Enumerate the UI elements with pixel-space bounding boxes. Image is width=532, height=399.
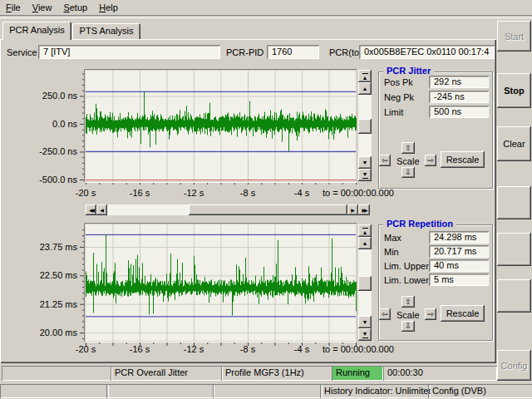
axis-tick-label: 250.0 ns: [42, 91, 77, 101]
app-window: File View Setup Help PCR Analysis PTS An…: [0, 0, 532, 399]
repetition-vscroll-thumb[interactable]: [358, 276, 372, 291]
scale-up-to-limit-icon[interactable]: ▲: [358, 70, 372, 82]
scale-left-button[interactable]: ⇦: [379, 308, 391, 320]
fast-left-icon[interactable]: ◀◀: [86, 204, 96, 215]
pcr-jitter-groupbox: PCR Jitter: [378, 71, 493, 189]
status-blank-panel: [2, 366, 112, 381]
axis-tick-label: -500.0 ns: [39, 175, 77, 185]
start-button[interactable]: Start: [497, 21, 531, 52]
repetition-vscrollbar: ▲ ▲ ▼ ▼: [358, 224, 372, 341]
axis-tick-label: 21.25 ms: [40, 299, 77, 309]
scale-up-button[interactable]: ⇧: [401, 142, 415, 154]
tab-pts-analysis[interactable]: PTS Analysis: [72, 23, 140, 39]
menu-file[interactable]: File: [0, 1, 27, 14]
scale-right-button[interactable]: ⇨: [425, 308, 436, 320]
axis-tick-label: -250.0 ns: [39, 146, 77, 156]
status-config: Config (DVB): [428, 384, 532, 398]
scroll-right-icon[interactable]: ▶: [347, 204, 358, 215]
menu-view[interactable]: View: [27, 1, 58, 14]
config-button[interactable]: Config: [497, 350, 531, 381]
lim-lower-label: Lim. Lower: [384, 275, 429, 285]
axis-tick-label: -4 s: [294, 344, 309, 354]
axis-tick-label: -8 s: [240, 188, 255, 198]
limit-label: Limit: [384, 107, 403, 117]
neg-pk-label: Neg Pk: [384, 92, 414, 102]
pcr-jitter-title: PCR Jitter: [383, 66, 434, 76]
pcr-pid-label: PCR-PID: [226, 47, 264, 57]
axis-tick-label: to = 00:00:00.000: [323, 344, 394, 354]
scale-label: Scale: [397, 310, 420, 320]
status-elapsed-time: 00:00:30: [383, 366, 497, 381]
scale-right-button[interactable]: ⇨: [425, 155, 436, 166]
scale-down-to-limit-icon[interactable]: ▼: [358, 169, 372, 181]
menu-separator: [0, 15, 532, 18]
scale-left-button[interactable]: ⇦: [379, 155, 391, 166]
limit-value: 500 ns: [429, 106, 489, 118]
scale-down-button[interactable]: ⇩: [401, 167, 415, 178]
status-blank-panel: [106, 384, 214, 398]
jitter-vscrollbar: ▲ ▲ ▼ ▼: [358, 70, 372, 181]
menu-setup[interactable]: Setup: [57, 1, 93, 14]
blank-button[interactable]: [497, 279, 531, 313]
scroll-up-icon[interactable]: ▲: [358, 82, 372, 95]
jitter-vscroll-thumb[interactable]: [358, 119, 372, 134]
pos-pk-value: 292 ns: [429, 76, 489, 88]
scale-down-to-limit-icon[interactable]: ▼: [358, 328, 372, 341]
neg-pk-value: -245 ns: [429, 91, 489, 103]
axis-tick-label: -16 s: [130, 344, 150, 354]
axis-tick-label: 20.00 ms: [40, 328, 77, 337]
repetition-chart: [79, 220, 357, 347]
hscroll-thumb[interactable]: [189, 204, 347, 215]
axis-tick-label: 23.75 ms: [40, 242, 77, 252]
tab-pcr-analysis[interactable]: PCR Analysis: [2, 22, 71, 40]
pcr-to-label: PCR(to): [329, 47, 362, 57]
service-field: 7 [ITV]: [38, 45, 220, 59]
blank-button[interactable]: [497, 233, 531, 266]
pos-pk-label: Pos Pk: [384, 77, 413, 87]
max-value: 24.298 ms: [429, 231, 489, 244]
lim-upper-label: Lim. Upper: [384, 261, 429, 271]
repetition-rescale-button[interactable]: Rescale: [441, 305, 485, 322]
pcr-to-field: 0x005B8E7EC 0x0110 00:17:4: [359, 45, 495, 59]
axis-tick-label: -16 s: [130, 188, 150, 198]
axis-tick-label: -12 s: [184, 344, 204, 354]
scale-up-to-limit-icon[interactable]: ▲: [358, 224, 372, 237]
status-blank-panel: [0, 384, 109, 398]
time-hscrollbar: ◀◀ ◀ ▶ ▶▶: [86, 204, 370, 215]
stop-button[interactable]: Stop: [497, 73, 531, 108]
scroll-down-icon[interactable]: ▼: [358, 156, 372, 169]
fast-right-icon[interactable]: ▶▶: [358, 204, 370, 215]
axis-tick-label: to = 00:00:00.000: [323, 188, 394, 198]
blank-button[interactable]: [497, 186, 531, 219]
scale-down-button[interactable]: ⇩: [401, 321, 415, 332]
min-value: 20.717 ms: [429, 245, 489, 258]
axis-tick-label: -8 s: [240, 344, 255, 354]
status-profile: Profile MGF3 (1Hz): [221, 366, 333, 381]
min-label: Min: [384, 247, 399, 257]
axis-tick-label: 0.0 ns: [52, 119, 77, 129]
max-label: Max: [384, 233, 401, 243]
axis-tick-label: -12 s: [184, 188, 204, 198]
axis-tick-label: -20 s: [76, 188, 96, 198]
jitter-chart: [79, 66, 357, 185]
scale-up-button[interactable]: ⇧: [401, 296, 415, 308]
status-running-badge: Running: [332, 366, 383, 381]
scroll-down-icon[interactable]: ▼: [358, 316, 372, 328]
scroll-up-icon[interactable]: ▲: [358, 237, 372, 249]
axis-tick-label: -20 s: [76, 344, 96, 354]
service-label: Service: [7, 47, 37, 57]
axis-tick-label: -4 s: [294, 188, 309, 198]
status-history-indicator: History Indicator: Unlimited: [320, 384, 431, 398]
status-measurement: PCR Overall Jitter: [111, 366, 223, 381]
jitter-rescale-button[interactable]: Rescale: [441, 151, 485, 168]
menu-help[interactable]: Help: [93, 1, 124, 14]
clear-button[interactable]: Clear: [497, 126, 531, 161]
scroll-left-icon[interactable]: ◀: [96, 204, 107, 215]
pcr-repetition-title: PCR Repetition: [383, 219, 456, 229]
lim-upper-value: 40 ms: [429, 259, 489, 272]
status-blank-panel: [213, 384, 323, 398]
pcr-pid-field: 1760: [267, 45, 319, 59]
scale-label: Scale: [397, 156, 420, 166]
axis-tick-label: 22.50 ms: [40, 270, 77, 280]
menu-bar: File View Setup Help: [0, 0, 532, 15]
